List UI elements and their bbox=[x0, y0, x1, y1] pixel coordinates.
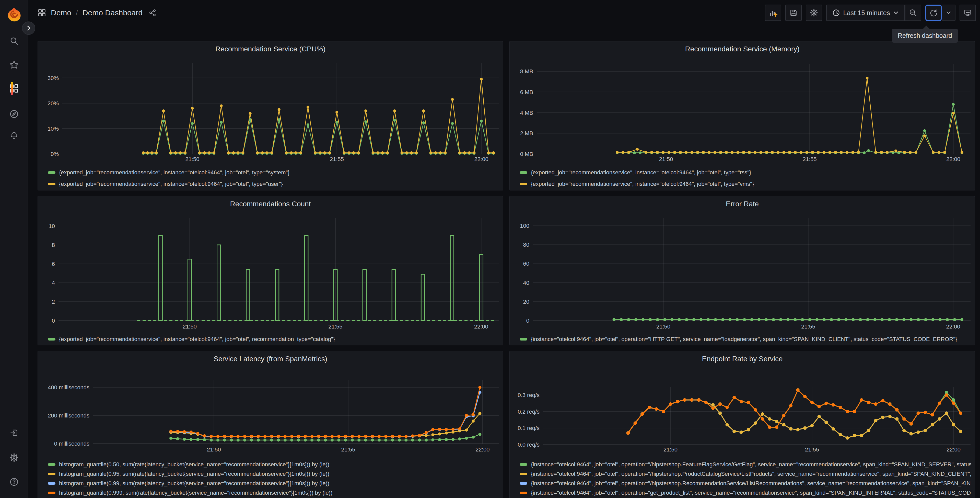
breadcrumb-separator: / bbox=[76, 9, 78, 17]
chart-recommendations-count[interactable]: 024681021:5021:5522:00 bbox=[38, 196, 504, 346]
legend-swatch bbox=[520, 183, 527, 185]
legend-item[interactable]: histogram_quantile(0.95, sum(rate(latenc… bbox=[48, 471, 499, 477]
svg-text:0 milliseconds: 0 milliseconds bbox=[54, 441, 89, 447]
svg-text:10%: 10% bbox=[48, 126, 59, 132]
svg-text:21:55: 21:55 bbox=[330, 156, 344, 162]
legend-label: {instance="otelcol:9464", job="otel", op… bbox=[531, 461, 971, 468]
legend-label: {exported_job="recommendationservice", i… bbox=[59, 336, 335, 343]
legend-item[interactable]: {instance="otelcol:9464", job="otel", op… bbox=[520, 471, 971, 477]
share-icon[interactable] bbox=[149, 9, 156, 17]
svg-text:80: 80 bbox=[523, 242, 529, 248]
legend-item[interactable]: {exported_job="recommendationservice", i… bbox=[48, 181, 499, 187]
legend-swatch bbox=[48, 183, 56, 185]
dashboard-toolbar: Last 15 minutes bbox=[765, 5, 976, 21]
panel-endpoint-rate-by-service: Endpoint Rate by Service0.0 req/s0.1 req… bbox=[509, 351, 975, 498]
svg-text:60: 60 bbox=[523, 260, 529, 267]
legend-item[interactable]: {exported_job="recommendationservice", i… bbox=[48, 336, 499, 343]
svg-text:22:00: 22:00 bbox=[947, 446, 961, 453]
legend-label: {instance="otelcol:9464", job="otel", op… bbox=[531, 336, 957, 343]
legend-label: {exported_job="recommendationservice", i… bbox=[531, 169, 751, 176]
svg-text:4 MB: 4 MB bbox=[520, 110, 533, 116]
sign-in-icon[interactable] bbox=[7, 426, 21, 440]
chart-recommendation-service-cpu[interactable]: 0%10%20%30%21:5021:5522:00 bbox=[38, 42, 504, 191]
chart-recommendation-service-memory[interactable]: 0 MB2 MB4 MB6 MB8 MB21:5021:5522:00 bbox=[510, 42, 976, 191]
time-range-label: Last 15 minutes bbox=[843, 9, 890, 17]
expand-sidebar-button[interactable] bbox=[22, 21, 35, 35]
help-icon[interactable] bbox=[7, 475, 21, 489]
legend-swatch bbox=[520, 482, 527, 485]
legend-item[interactable]: histogram_quantile(0.99, sum(rate(latenc… bbox=[48, 480, 499, 487]
legend-swatch bbox=[48, 473, 56, 475]
zoom-out-button[interactable] bbox=[905, 5, 921, 21]
time-range-picker[interactable]: Last 15 minutes bbox=[826, 5, 905, 21]
svg-text:0 MB: 0 MB bbox=[520, 151, 533, 157]
legend-label: {instance="otelcol:9464", job="otel", op… bbox=[531, 471, 971, 477]
svg-text:8 MB: 8 MB bbox=[520, 68, 533, 75]
legend-label: {exported_job="recommendationservice", i… bbox=[59, 181, 283, 187]
legend-swatch bbox=[520, 463, 527, 466]
add-panel-button[interactable] bbox=[765, 5, 781, 21]
save-dashboard-button[interactable] bbox=[785, 5, 802, 21]
legend-label: {instance="otelcol:9464", job="otel", op… bbox=[531, 480, 971, 487]
svg-text:21:55: 21:55 bbox=[803, 156, 817, 162]
alerting-icon[interactable] bbox=[7, 128, 21, 143]
legend-swatch bbox=[48, 463, 56, 466]
svg-text:21:55: 21:55 bbox=[341, 446, 355, 453]
dashboard-settings-button[interactable] bbox=[806, 5, 822, 21]
legend-swatch bbox=[520, 473, 527, 475]
svg-text:8: 8 bbox=[52, 242, 55, 248]
svg-text:21:50: 21:50 bbox=[185, 156, 199, 162]
svg-text:22:00: 22:00 bbox=[476, 446, 490, 453]
explore-icon[interactable] bbox=[7, 107, 21, 121]
legend-swatch bbox=[48, 492, 56, 494]
legend-label: histogram_quantile(0.99, sum(rate(latenc… bbox=[59, 480, 329, 487]
refresh-dashboard-button[interactable] bbox=[925, 5, 942, 21]
legend-item[interactable]: histogram_quantile(0.999, sum(rate(laten… bbox=[48, 490, 499, 496]
svg-text:22:00: 22:00 bbox=[474, 323, 488, 330]
svg-text:21:50: 21:50 bbox=[663, 446, 678, 453]
svg-text:400 milliseconds: 400 milliseconds bbox=[48, 384, 89, 391]
legend-item[interactable]: histogram_quantile(0.50, sum(rate(latenc… bbox=[48, 461, 499, 468]
breadcrumb-section[interactable]: Demo bbox=[51, 8, 71, 17]
dashboards-icon[interactable] bbox=[7, 81, 21, 96]
legend-item[interactable]: {instance="otelcol:9464", job="otel", op… bbox=[520, 336, 971, 343]
legend-item[interactable]: {instance="otelcol:9464", job="otel", op… bbox=[520, 461, 971, 468]
svg-text:20%: 20% bbox=[48, 100, 59, 107]
legend-label: {exported_job="recommendationservice", i… bbox=[59, 169, 290, 176]
legend-label: {instance="otelcol:9464", job="otel", op… bbox=[531, 490, 971, 496]
grafana-logo[interactable] bbox=[6, 6, 21, 22]
kiosk-mode-button[interactable] bbox=[959, 5, 976, 21]
legend-item[interactable]: {exported_job="recommendationservice", i… bbox=[520, 169, 971, 176]
legend-item[interactable]: {instance="otelcol:9464", job="otel", op… bbox=[520, 490, 971, 496]
breadcrumb-page[interactable]: Demo Dashboard bbox=[83, 8, 143, 17]
legend-item[interactable]: {instance="otelcol:9464", job="otel", op… bbox=[520, 480, 971, 487]
legend-label: histogram_quantile(0.999, sum(rate(laten… bbox=[59, 490, 332, 496]
svg-text:30%: 30% bbox=[48, 75, 59, 81]
nav-sidebar bbox=[0, 0, 28, 498]
svg-text:100: 100 bbox=[520, 223, 529, 229]
chart-error-rate[interactable]: 02040608010021:5021:5522:00 bbox=[510, 196, 976, 346]
svg-text:21:50: 21:50 bbox=[183, 323, 197, 330]
search-icon[interactable] bbox=[7, 34, 21, 48]
svg-text:21:55: 21:55 bbox=[801, 323, 815, 330]
svg-text:0%: 0% bbox=[51, 151, 59, 157]
legend-item[interactable]: {exported_job="recommendationservice", i… bbox=[520, 181, 971, 187]
svg-text:20: 20 bbox=[523, 298, 529, 305]
svg-text:0: 0 bbox=[526, 318, 529, 324]
panel-recommendation-service-cpu: Recommendation Service (CPU%)0%10%20%30%… bbox=[38, 41, 503, 190]
breadcrumb: Demo / Demo Dashboard bbox=[38, 0, 156, 26]
svg-text:0: 0 bbox=[52, 318, 55, 324]
panel-error-rate: Error Rate02040608010021:5021:5522:00{in… bbox=[509, 196, 975, 345]
legend-swatch bbox=[520, 338, 527, 340]
legend-item[interactable]: {exported_job="recommendationservice", i… bbox=[48, 169, 499, 176]
panel-recommendations-count: Recommendations Count024681021:5021:5522… bbox=[38, 196, 503, 345]
svg-text:2: 2 bbox=[52, 298, 55, 305]
legend-swatch bbox=[520, 171, 527, 174]
svg-text:40: 40 bbox=[523, 280, 529, 286]
legend-label: histogram_quantile(0.50, sum(rate(latenc… bbox=[59, 461, 329, 468]
refresh-interval-dropdown[interactable] bbox=[942, 5, 956, 21]
starred-icon[interactable] bbox=[7, 57, 21, 72]
svg-text:10: 10 bbox=[49, 223, 55, 229]
svg-text:2 MB: 2 MB bbox=[520, 130, 533, 137]
settings-icon[interactable] bbox=[7, 450, 21, 465]
